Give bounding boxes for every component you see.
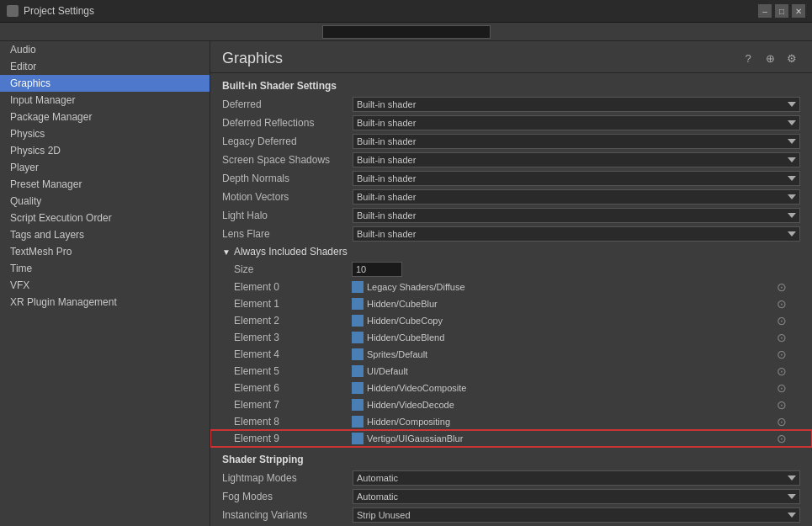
element-7-control: Hidden/VideoDecode ⊙ [352,398,788,412]
setting-label-depth-normals: Depth Normals [222,173,353,184]
element-0-control: Legacy Shaders/Diffuse ⊙ [352,280,788,294]
sub-row-element-9: Element 9 Vertigo/UIGaussianBlur ⊙ [210,430,812,447]
sidebar-item-package-manager[interactable]: Package Manager [0,109,210,125]
shader-name-7: Hidden/VideoDecode [367,400,454,410]
shader-item-4: Sprites/Default [352,348,772,360]
element-1-dot-button[interactable]: ⊙ [775,297,788,311]
element-0-dot-button[interactable]: ⊙ [775,280,788,294]
dropdown-lightmap-modes[interactable]: Automatic Manual [353,470,800,486]
sidebar-item-preset-manager[interactable]: Preset Manager [0,176,210,193]
sidebar-item-xr-plugin-management[interactable]: XR Plugin Management [0,294,210,311]
shader-icon-2 [352,315,364,327]
lock-button[interactable]: ⊕ [762,50,778,67]
setting-label-motion-vectors: Motion Vectors [222,191,353,203]
title-bar: Project Settings – □ ✕ [0,0,812,23]
element-3-label: Element 3 [234,332,352,343]
setting-control-instancing-variants: Strip Unused Keep All Strip All [353,507,800,523]
shader-item-5: UI/Default [352,365,772,377]
dropdown-deferred[interactable]: Built-in shader Custom shader No support [353,97,800,112]
setting-row-legacy-deferred: Legacy Deferred Built-in shader Custom s… [210,132,812,151]
shader-item-8: Hidden/Compositing [352,416,772,428]
element-1-label: Element 1 [234,298,352,310]
shader-icon-8 [352,416,364,428]
sidebar-item-editor[interactable]: Editor [0,58,210,75]
setting-label-screen-space-shadows: Screen Space Shadows [222,154,353,166]
dropdown-depth-normals[interactable]: Built-in shader Custom shader No support [353,171,800,186]
sub-row-element-4: Element 4 Sprites/Default ⊙ [210,346,812,363]
setting-label-deferred-reflections: Deferred Reflections [222,117,353,129]
settings-button[interactable]: ⚙ [783,50,800,67]
setting-label-legacy-deferred: Legacy Deferred [222,135,353,147]
sub-row-element-6: Element 6 Hidden/VideoComposite ⊙ [210,380,812,396]
setting-label-fog-modes: Fog Modes [222,491,353,502]
setting-control-lightmap-modes: Automatic Manual [353,470,800,486]
setting-control-fog-modes: Automatic Manual [353,489,800,504]
element-5-dot-button[interactable]: ⊙ [775,364,788,378]
element-8-dot-button[interactable]: ⊙ [775,415,788,428]
element-6-dot-button[interactable]: ⊙ [775,381,788,395]
element-4-dot-button[interactable]: ⊙ [775,348,788,361]
dropdown-legacy-deferred[interactable]: Built-in shader Custom shader No support [353,134,800,149]
dropdown-instancing-variants[interactable]: Strip Unused Keep All Strip All [353,507,800,523]
setting-row-motion-vectors: Motion Vectors Built-in shader Custom sh… [210,188,812,206]
dropdown-screen-space-shadows[interactable]: Built-in shader Custom shader No support [353,152,800,167]
element-4-label: Element 4 [234,348,352,360]
element-4-control: Sprites/Default ⊙ [352,348,788,361]
sidebar-item-textmesh-pro[interactable]: TextMesh Pro [0,243,210,260]
setting-control-screen-space-shadows: Built-in shader Custom shader No support [353,152,800,167]
content-header: Graphics ? ⊕ ⚙ [210,41,812,73]
element-9-dot-button[interactable]: ⊙ [775,432,788,445]
shader-name-0: Legacy Shaders/Diffuse [367,282,465,292]
setting-row-deferred: Deferred Built-in shader Custom shader N… [210,95,812,114]
dropdown-fog-modes[interactable]: Automatic Manual [353,489,800,504]
title-bar-icon [7,5,19,17]
setting-control-lens-flare: Built-in shader Custom shader No support [353,226,800,242]
sub-row-element-2: Element 2 Hidden/CubeCopy ⊙ [210,312,812,329]
maximize-button[interactable]: □ [775,4,788,18]
sidebar-item-input-manager[interactable]: Input Manager [0,92,210,109]
shader-item-9: Vertigo/UIGaussianBlur [352,433,772,444]
sidebar-item-physics[interactable]: Physics [0,125,210,142]
main-layout: Audio Editor Graphics Input Manager Pack… [0,41,812,526]
setting-row-lightmap-modes: Lightmap Modes Automatic Manual [210,469,812,487]
help-button[interactable]: ? [740,50,756,67]
shader-icon-3 [352,332,364,343]
dropdown-lens-flare[interactable]: Built-in shader Custom shader No support [353,226,800,242]
shader-name-9: Vertigo/UIGaussianBlur [367,433,463,444]
sidebar-item-player[interactable]: Player [0,159,210,176]
size-input[interactable] [352,262,402,277]
shader-icon-1 [352,298,364,310]
shader-icon-7 [352,399,364,411]
sub-row-element-1: Element 1 Hidden/CubeBlur ⊙ [210,295,812,312]
setting-control-deferred: Built-in shader Custom shader No support [353,97,800,112]
dropdown-motion-vectors[interactable]: Built-in shader Custom shader No support [353,189,800,205]
shader-item-6: Hidden/VideoComposite [352,382,772,394]
element-3-dot-button[interactable]: ⊙ [775,331,788,344]
shader-icon-5 [352,365,364,377]
sidebar-item-vfx[interactable]: VFX [0,277,210,294]
sub-row-element-5: Element 5 UI/Default ⊙ [210,363,812,380]
element-2-dot-button[interactable]: ⊙ [775,314,788,327]
sidebar-item-script-execution-order[interactable]: Script Execution Order [0,210,210,226]
sidebar-item-physics2d[interactable]: Physics 2D [0,142,210,159]
minimize-button[interactable]: – [758,4,772,18]
sidebar-item-audio[interactable]: Audio [0,41,210,58]
shader-name-4: Sprites/Default [367,349,427,359]
close-button[interactable]: ✕ [792,4,805,18]
element-7-dot-button[interactable]: ⊙ [775,398,788,412]
setting-control-light-halo: Built-in shader Custom shader No support [353,208,800,223]
sub-row-size: Size [210,260,812,279]
sidebar-item-time[interactable]: Time [0,260,210,277]
dropdown-light-halo[interactable]: Built-in shader Custom shader No support [353,208,800,223]
element-2-control: Hidden/CubeCopy ⊙ [352,314,788,327]
setting-row-depth-normals: Depth Normals Built-in shader Custom sha… [210,169,812,188]
search-input[interactable] [322,25,491,39]
sidebar-item-graphics[interactable]: Graphics [0,75,210,92]
dropdown-deferred-reflections[interactable]: Built-in shader Custom shader No support [353,115,800,130]
always-included-header[interactable]: ▼ Always Included Shaders [210,243,812,260]
element-8-control: Hidden/Compositing ⊙ [352,415,788,428]
setting-label-lens-flare: Lens Flare [222,228,353,240]
setting-row-instancing-variants: Instancing Variants Strip Unused Keep Al… [210,506,812,524]
sidebar-item-tags-and-layers[interactable]: Tags and Layers [0,226,210,243]
sidebar-item-quality[interactable]: Quality [0,193,210,210]
